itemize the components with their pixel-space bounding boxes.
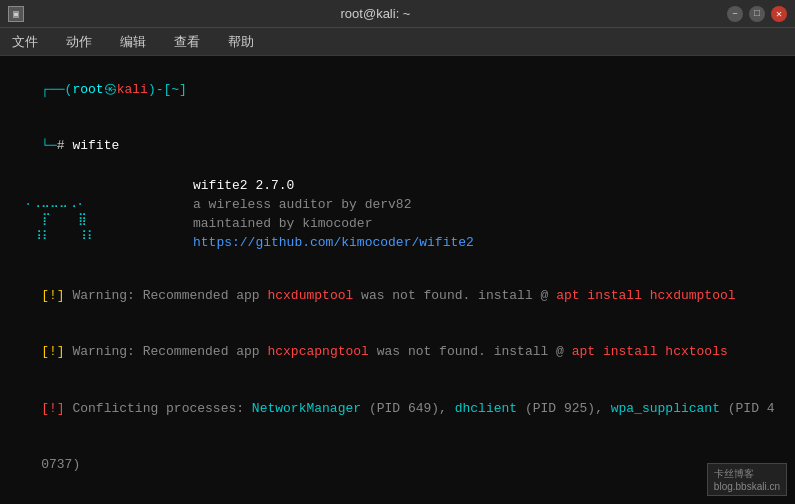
terminal-icon: ▣ (8, 6, 24, 22)
minimize-button[interactable]: – (727, 6, 743, 22)
title-bar-left: ▣ (8, 6, 24, 22)
menu-action[interactable]: 动作 (62, 31, 96, 53)
wifite-logo-block: .⢀⣀⣀⣀⢀. ⠀⠀⡏⠀⠀⠀⣿⠀⠀ ⠀⠸⠇⠀⠀⠀⠸⠇ wifite2 2.7.0… (10, 177, 785, 264)
wifite-ascii-art: .⢀⣀⣀⣀⢀. ⠀⠀⡏⠀⠀⠀⣿⠀⠀ ⠀⠸⠇⠀⠀⠀⠸⠇ (10, 177, 185, 264)
command-line: └─# wifite (10, 119, 785, 176)
blog-badge: 卡丝博客 blog.bbskali.cn (707, 463, 787, 496)
wifite-info: wifite2 2.7.0 a wireless auditor by derv… (193, 177, 474, 264)
warning-2: [!] Warning: Recommended app hcxpcapngto… (10, 325, 785, 382)
menu-help[interactable]: 帮助 (224, 31, 258, 53)
menu-edit[interactable]: 编辑 (116, 31, 150, 53)
terminal[interactable]: ┌──(root㉿kali)-[~] └─# wifite .⢀⣀⣀⣀⢀. ⠀⠀… (0, 56, 795, 504)
warning-1: [!] Warning: Recommended app hcxdumptool… (10, 268, 785, 325)
maximize-button[interactable]: □ (749, 6, 765, 22)
conflict-line-cont: 0737) (10, 438, 785, 495)
badge-line1: 卡丝博客 (714, 467, 780, 481)
window-title: root@kali: ~ (341, 6, 411, 21)
close-button[interactable]: ✕ (771, 6, 787, 22)
menu-file[interactable]: 文件 (8, 31, 42, 53)
title-bar: ▣ root@kali: ~ – □ ✕ (0, 0, 795, 28)
menu-bar: 文件 动作 编辑 查看 帮助 (0, 28, 795, 56)
badge-line2: blog.bbskali.cn (714, 481, 780, 492)
kill-line: [!] If you have problems: kill -9 PID or… (10, 494, 785, 504)
window-controls: – □ ✕ (727, 6, 787, 22)
prompt-line: ┌──(root㉿kali)-[~] (10, 62, 785, 119)
menu-view[interactable]: 查看 (170, 31, 204, 53)
conflict-line: [!] Conflicting processes: NetworkManage… (10, 381, 785, 438)
